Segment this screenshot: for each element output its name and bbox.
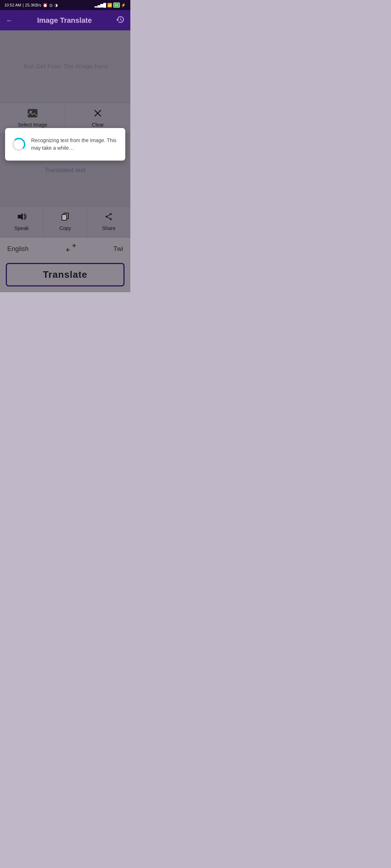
notification-icon: ◎ — [49, 3, 53, 8]
back-button[interactable]: ← — [6, 16, 13, 25]
status-time: 10:52 AM — [4, 3, 21, 7]
alarm-icon: ⏰ — [43, 3, 48, 8]
wifi-icon: 📶 — [107, 3, 112, 8]
signal-icon: ▂▄▆█ — [94, 3, 106, 8]
main-content: Text Get From The Image Here Select Imag… — [0, 30, 130, 292]
media-icon: ◑ — [54, 3, 58, 8]
dialog-overlay: Recognizing text from the Image. This ma… — [0, 30, 130, 292]
app-title: Image Translate — [13, 16, 116, 25]
charging-icon: ⚡ — [121, 3, 126, 8]
history-button[interactable] — [116, 15, 125, 26]
status-speed: | — [22, 3, 24, 7]
status-bar: 10:52 AM | 25.3KB/s ⏰ ◎ ◑ ▂▄▆█ 📶 62 ⚡ — [0, 0, 130, 10]
status-network-speed: 25.3KB/s — [25, 3, 41, 7]
status-left: 10:52 AM | 25.3KB/s ⏰ ◎ ◑ — [4, 3, 58, 8]
loading-message: Recognizing text from the Image. This ma… — [31, 137, 118, 152]
loading-dialog: Recognizing text from the Image. This ma… — [5, 128, 125, 161]
battery-indicator: 62 — [113, 3, 120, 8]
loading-spinner — [12, 138, 25, 151]
status-right: ▂▄▆█ 📶 62 ⚡ — [94, 3, 126, 8]
app-bar: ← Image Translate — [0, 10, 130, 30]
